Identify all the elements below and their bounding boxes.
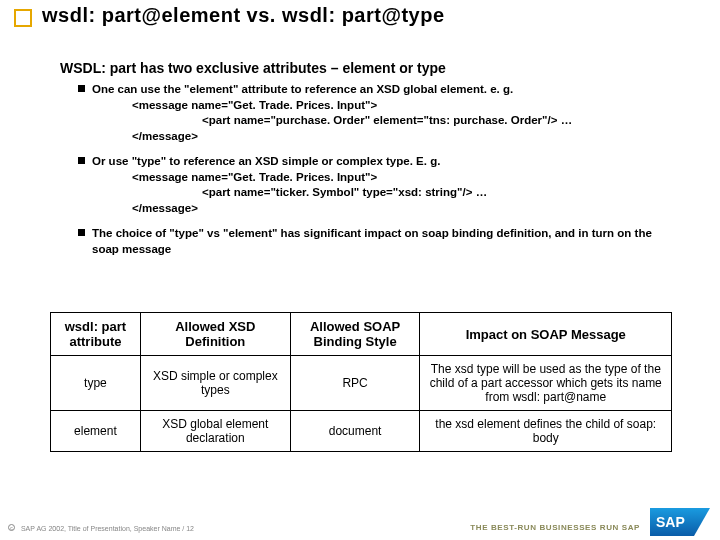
code-line: <message name="Get. Trade. Prices. Input…	[92, 170, 678, 186]
page-title: wsdl: part@element vs. wsdl: part@type	[42, 4, 445, 27]
footer: c SAP AG 2002, Title of Presentation, Sp…	[8, 524, 194, 532]
svg-text:SAP: SAP	[656, 514, 685, 530]
title-bullet-icon	[14, 9, 32, 27]
bullet-lead: Or use "type" to reference an XSD simple…	[92, 155, 440, 167]
cell: XSD simple or complex types	[140, 356, 290, 411]
cell: document	[290, 411, 420, 452]
code-line: <part name="purchase. Order" element="tn…	[92, 113, 678, 129]
list-item: Or use "type" to reference an XSD simple…	[78, 154, 678, 216]
table-row: element XSD global element declaration d…	[51, 411, 672, 452]
sap-logo-icon: SAP	[650, 508, 710, 536]
cell: type	[51, 356, 141, 411]
list-item: One can use the "element" attribute to r…	[78, 82, 678, 144]
code-line: </message>	[92, 201, 678, 217]
bullet-lead: One can use the "element" attribute to r…	[92, 83, 513, 95]
bullet-lead: The choice of "type" vs "element" has si…	[92, 227, 652, 255]
comparison-table: wsdl: part attribute Allowed XSD Definit…	[50, 312, 672, 452]
cell: the xsd element defines the child of soa…	[420, 411, 672, 452]
cell: XSD global element declaration	[140, 411, 290, 452]
page-subheading: WSDL: part has two exclusive attributes …	[60, 60, 446, 76]
table-row: wsdl: part attribute Allowed XSD Definit…	[51, 313, 672, 356]
col-header: wsdl: part attribute	[51, 313, 141, 356]
copyright-icon: c	[8, 524, 15, 531]
code-line: <message name="Get. Trade. Prices. Input…	[92, 98, 678, 114]
cell: The xsd type will be used as the type of…	[420, 356, 672, 411]
table-row: type XSD simple or complex types RPC The…	[51, 356, 672, 411]
tagline: THE BEST-RUN BUSINESSES RUN SAP	[470, 523, 640, 532]
code-line: <part name="ticker. Symbol" type="xsd: s…	[92, 185, 678, 201]
footer-text: SAP AG 2002, Title of Presentation, Spea…	[21, 525, 194, 532]
list-item: The choice of "type" vs "element" has si…	[78, 226, 678, 257]
cell: RPC	[290, 356, 420, 411]
bullet-list: One can use the "element" attribute to r…	[78, 82, 678, 267]
col-header: Allowed SOAP Binding Style	[290, 313, 420, 356]
col-header: Impact on SOAP Message	[420, 313, 672, 356]
col-header: Allowed XSD Definition	[140, 313, 290, 356]
cell: element	[51, 411, 141, 452]
code-line: </message>	[92, 129, 678, 145]
